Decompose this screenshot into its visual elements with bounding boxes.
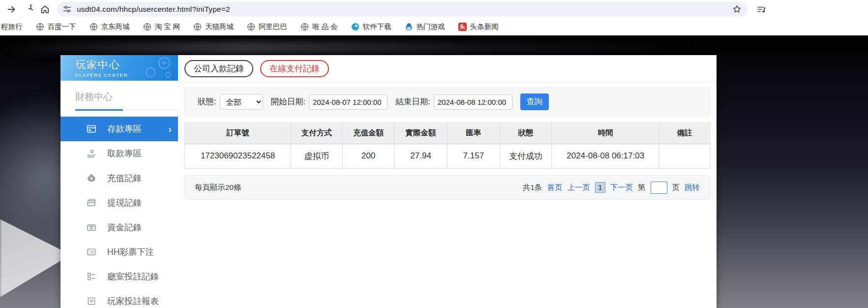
end-date-input[interactable] [434,94,512,110]
bookmark-baidu[interactable]: 百度一下 [36,22,76,31]
page-jump-input[interactable] [651,182,667,194]
reload-icon[interactable] [20,1,36,18]
globe-icon [247,23,255,31]
sidebar-item-recharge-record[interactable]: ¥ 充值記錄 [60,166,178,190]
bookmark-label: 天猫商城 [205,22,234,31]
sidebar-item-player-bet-report[interactable]: 玩家投註報表 [60,289,178,308]
funds-wallet-icon [86,222,97,233]
cell-status: 支付成功 [500,144,552,168]
browser-toolbar: usdt04.com/hhcp/usercenter.html?iniType=… [0,0,868,18]
bookmark-label: 程旅行 [1,22,23,31]
current-page-indicator: 1 [595,182,605,193]
content-area: 公司入款記錄 在線支付記錄 狀態: 全部 開始日期: 結束日期: 查詢 [178,55,717,308]
cell-order-no: 1723069023522458 [185,144,291,168]
end-date-label: 結束日期: [395,96,430,107]
bookmark-label: 唯 品 会 [312,22,338,31]
bookmark-games[interactable]: 热门游戏 [405,22,445,31]
star-icon[interactable] [732,4,742,14]
jump-label-post: 页 [672,183,680,193]
col-status: 狀態 [500,123,552,144]
forward-icon[interactable] [3,1,20,18]
home-icon[interactable] [36,1,53,18]
sidebar-item-funds-record[interactable]: 資金記錄 [60,215,178,240]
tune-icon[interactable] [63,5,71,13]
main-panel: 玩家中心 PLAYERS CENTER 財務中心 存款專區 › 取款專區 [60,55,717,308]
bookmark-label: 热门游戏 [417,22,445,31]
bookmark-label: 京东商城 [101,22,130,31]
sidebar-item-hall-bet-record[interactable]: 廳室投註記錄 [60,264,178,289]
page-background: 玩家中心 PLAYERS CENTER 財務中心 存款專區 › 取款專區 [0,35,868,308]
sidebar-item-label: 充值記錄 [107,172,142,184]
tab-online-payment-record[interactable]: 在線支付記錄 [260,60,329,77]
status-label: 狀態: [198,96,216,107]
globe-icon [300,23,309,31]
sidebar-item-label: 提現記錄 [107,197,142,209]
bookmark-label: 头条新闻 [470,22,499,31]
sidebar-item-label: 廳室投註記錄 [107,271,159,282]
bookmark-alibaba[interactable]: 阿里巴巴 [247,22,287,31]
pagination-controls: 共1条 首页 上一页 1 下一页 第 页 跳转 [523,182,700,194]
col-pay-method: 支付方式 [291,123,343,144]
bookmark-label: 软件下载 [363,22,391,31]
start-date-label: 開始日期: [271,96,306,107]
deposit-card-icon [86,123,97,134]
cell-pay-method: 虚拟币 [291,144,343,168]
report-doc-icon [86,296,97,307]
cell-remark [659,144,710,168]
bookmark-toutiao[interactable]: 头 头条新闻 [458,22,499,31]
wallet-card-icon [86,197,97,208]
bookmark-label: 淘 宝 网 [155,22,180,31]
lottery-list-icon [86,246,97,257]
sidebar-header: 玩家中心 PLAYERS CENTER [60,55,178,81]
finance-section-title: 財務中心 [75,91,178,103]
total-count-text: 共1条 [523,183,542,193]
col-order-no: 訂單號 [185,123,291,144]
sidebar-item-withdraw-zone[interactable]: 取款專區 [60,141,178,166]
cell-actual-amount: 27.94 [394,144,448,168]
sidebar: 玩家中心 PLAYERS CENTER 財務中心 存款專區 › 取款專區 [60,55,178,308]
pagination-bar: 每頁顯示20條 共1条 首页 上一页 1 下一页 第 页 跳转 [184,175,710,200]
software-download-icon [351,23,359,31]
table-header-row: 訂單號 支付方式 充值金額 實際金額 匯率 狀態 時間 備註 [185,123,710,144]
col-actual-amount: 實際金額 [394,123,448,144]
search-button[interactable]: 查詢 [520,93,549,110]
record-tabs: 公司入款記錄 在線支付記錄 [178,55,717,83]
sidebar-item-label: 資金記錄 [107,221,142,233]
bookmark-label: 百度一下 [48,22,76,31]
bookmark-label: 阿里巴巴 [259,22,287,31]
bookmark-ctrip[interactable]: 程旅行 [1,22,23,31]
per-page-text: 每頁顯示20條 [195,183,241,193]
bookmark-jd[interactable]: 京东商城 [90,22,130,31]
cell-rate: 7.157 [447,144,500,168]
bookmark-software[interactable]: 软件下载 [351,22,391,31]
first-page-link[interactable]: 首页 [547,183,562,193]
prev-page-link[interactable]: 上一页 [567,183,590,193]
media-playlist-icon[interactable] [756,4,766,14]
section-underline [75,110,178,110]
jump-label-pre: 第 [638,183,646,193]
jump-link[interactable]: 跳转 [685,183,700,193]
cell-time: 2024-08-08 06:17:03 [552,144,659,168]
bookmark-tmall[interactable]: 天猫商城 [193,22,234,31]
url-text[interactable]: usdt04.com/hhcp/usercenter.html?iniType=… [77,5,230,14]
sidebar-item-withdrawal-record[interactable]: 提現記錄 [60,190,178,215]
filter-bar: 狀態: 全部 開始日期: 結束日期: 查詢 [184,88,710,116]
sidebar-item-label: 存款專區 [107,123,142,135]
url-bar[interactable]: usdt04.com/hhcp/usercenter.html?iniType=… [57,2,748,17]
tab-company-deposit-record[interactable]: 公司入款記錄 [184,60,253,77]
bookmark-vip[interactable]: 唯 品 会 [300,22,338,31]
cell-recharge-amount: 200 [342,144,394,168]
globe-icon [143,23,151,31]
bookmark-taobao[interactable]: 淘 宝 网 [143,22,180,31]
status-select[interactable]: 全部 [220,94,263,110]
sidebar-item-label: 取款專區 [107,148,142,159]
sidebar-item-hh-lottery-bet[interactable]: HH彩票下注 [60,240,178,264]
background-light-band [0,41,868,54]
chevron-right-icon: › [168,123,172,135]
next-page-link[interactable]: 下一页 [610,183,633,193]
start-date-input[interactable] [309,94,388,110]
sidebar-menu: 存款專區 › 取款專區 ¥ 充值記錄 [60,117,178,308]
gamepad-watermark-icon [136,56,174,81]
sidebar-item-deposit-zone[interactable]: 存款專區 › [60,117,178,141]
globe-icon [193,23,202,31]
